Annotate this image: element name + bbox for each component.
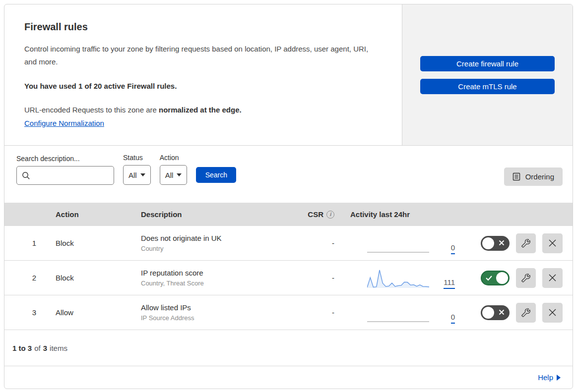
column-header-csr: CSR i [298, 210, 339, 219]
rule-index: 3 [4, 308, 52, 317]
activity-count-link[interactable]: 111 [444, 279, 455, 289]
status-dropdown[interactable]: All [123, 165, 151, 185]
arrow-right-icon [557, 375, 561, 381]
close-icon [548, 239, 557, 247]
search-button[interactable]: Search [196, 167, 236, 183]
rule-fields: IP Source Address [141, 314, 298, 322]
close-icon [548, 308, 557, 317]
rule-csr-value: - [298, 239, 339, 247]
status-dropdown-value: All [128, 171, 137, 179]
help-link-label: Help [538, 373, 553, 382]
search-label: Search description... [16, 155, 114, 163]
rule-fields: Country, Threat Score [141, 280, 298, 287]
toggle-knob [482, 237, 494, 249]
rule-enabled-toggle[interactable] [481, 271, 510, 285]
rule-index: 2 [4, 274, 52, 282]
chevron-down-icon [177, 173, 182, 176]
create-mtls-rule-button[interactable]: Create mTLS rule [420, 79, 555, 94]
action-label: Action [160, 154, 188, 162]
wrench-icon [521, 239, 530, 248]
table-row: 3 Allow Allow listed IPs IP Source Addre… [4, 295, 573, 330]
delete-rule-button[interactable] [542, 303, 563, 323]
pagination-total: 3 [43, 344, 47, 352]
table-row: 1 Block Does not originate in UK Country… [4, 226, 573, 261]
activity-count-link[interactable]: 0 [451, 244, 455, 254]
pagination-summary: 1 to 3 of 3 items [4, 330, 573, 366]
search-input-box[interactable] [16, 166, 114, 185]
usage-summary: You have used 1 of 20 active Firewall ru… [24, 82, 382, 90]
rule-action: Block [52, 239, 137, 247]
x-icon [498, 239, 505, 246]
firewall-rules-card: Firewall rules Control incoming traffic … [4, 4, 573, 389]
edit-rule-button[interactable] [516, 233, 536, 253]
normalization-text: URL-encoded Requests to this zone are no… [24, 104, 382, 116]
header-actions-panel: Create firewall rule Create mTLS rule [402, 4, 573, 145]
wrench-icon [521, 274, 530, 282]
help-link[interactable]: Help [538, 373, 561, 382]
table-header: Action Description CSR i Activity last 2… [4, 203, 573, 226]
filter-section: Search description... Status All Action [4, 146, 573, 203]
header-section: Firewall rules Control incoming traffic … [4, 4, 573, 146]
toggle-knob [496, 272, 508, 284]
column-header-action: Action [52, 210, 137, 219]
header-content: Firewall rules Control incoming traffic … [4, 4, 402, 145]
wrench-icon [521, 308, 530, 317]
column-header-activity: Activity last 24hr [339, 210, 466, 219]
ordering-button-label: Ordering [525, 172, 554, 181]
rule-description: Does not originate in UK [141, 234, 298, 242]
close-icon [548, 274, 557, 282]
rule-enabled-toggle[interactable] [481, 236, 510, 251]
help-section: Help [4, 366, 573, 389]
toggle-knob [482, 307, 494, 319]
pagination-of: of [34, 344, 41, 352]
rule-csr-value: - [298, 274, 339, 282]
edit-rule-button[interactable] [516, 268, 536, 288]
rule-description: Allow listed IPs [141, 303, 298, 312]
rule-action: Block [52, 274, 137, 282]
rule-csr-value: - [298, 308, 339, 317]
normalization-text-regular: URL-encoded Requests to this zone are [24, 106, 157, 114]
table-row: 2 Block IP reputation score Country, Thr… [4, 261, 573, 295]
header-description: Control incoming traffic to your zone by… [24, 43, 382, 69]
x-icon [498, 309, 505, 316]
activity-sparkline [367, 302, 429, 324]
search-icon [22, 171, 30, 180]
check-icon [485, 275, 493, 281]
edit-rule-button[interactable] [516, 303, 536, 323]
rule-index: 1 [4, 239, 52, 247]
csr-header-label: CSR [308, 210, 323, 219]
rule-enabled-toggle[interactable] [481, 305, 510, 320]
delete-rule-button[interactable] [542, 233, 563, 253]
normalization-text-bold: normalized at the edge. [159, 106, 242, 114]
rule-fields: Country [141, 245, 298, 252]
chevron-down-icon [140, 173, 145, 176]
ordering-list-icon [512, 172, 520, 181]
status-label: Status [123, 154, 151, 162]
create-firewall-rule-button[interactable]: Create firewall rule [420, 56, 555, 71]
action-dropdown-value: All [165, 171, 174, 179]
pagination-items: items [50, 344, 67, 352]
search-input[interactable] [34, 171, 109, 180]
info-icon[interactable]: i [326, 211, 334, 219]
action-dropdown[interactable]: All [160, 165, 188, 185]
activity-sparkline [367, 267, 429, 289]
pagination-range: 1 to 3 [12, 344, 32, 352]
page-title: Firewall rules [24, 21, 382, 33]
delete-rule-button[interactable] [542, 268, 563, 288]
rule-description: IP reputation score [141, 269, 298, 277]
ordering-button[interactable]: Ordering [504, 168, 563, 186]
configure-normalization-link[interactable]: Configure Normalization [24, 119, 104, 127]
rule-action: Allow [52, 308, 137, 317]
activity-count-link[interactable]: 0 [451, 313, 455, 324]
activity-sparkline [367, 232, 429, 254]
column-header-description: Description [137, 210, 298, 219]
